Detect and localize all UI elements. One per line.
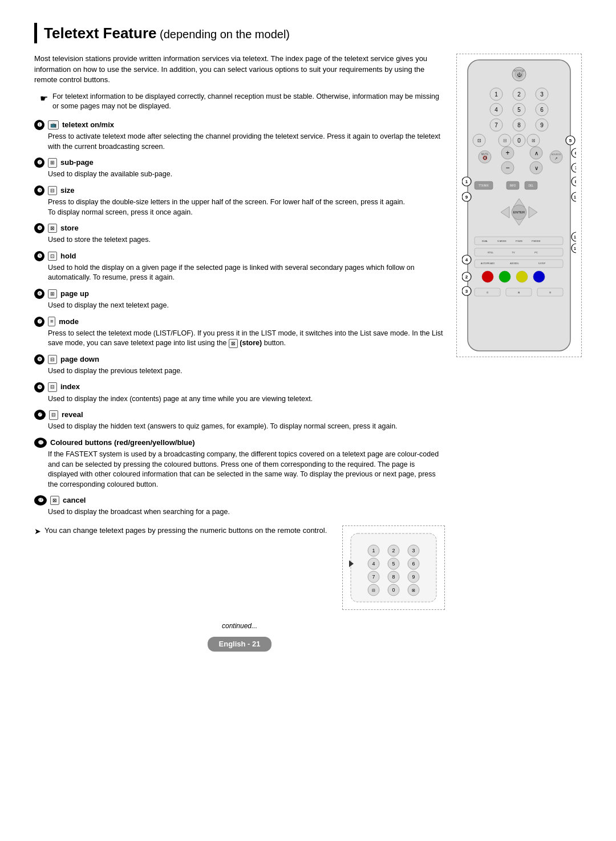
- svg-point-97: [499, 271, 510, 282]
- feature-3-icon: ⊟: [48, 186, 57, 196]
- svg-text:6: 6: [575, 151, 576, 156]
- feature-10-header: ❿ ⊟ reveal: [34, 410, 445, 420]
- tip-text: You can change teletext pages by pressin…: [44, 525, 327, 537]
- svg-text:⊠: ⊠: [532, 138, 536, 143]
- svg-text:+: +: [505, 149, 509, 157]
- feature-8-label: page down: [60, 354, 99, 365]
- feature-1-header: ❶ 📺 teletext on/mix: [34, 120, 445, 130]
- feature-9-icon: ⊟: [48, 382, 57, 392]
- feature-8-icon: ⊟: [48, 355, 57, 365]
- feature-4-icon: ⊠: [48, 224, 57, 233]
- svg-text:⊡: ⊡: [477, 138, 481, 143]
- feature-3-header: ❸ ⊟ size: [34, 185, 445, 196]
- feature-7-num: ❼: [34, 317, 44, 327]
- feature-2: ❷ ⊞ sub-page Used to display the availab…: [34, 157, 445, 180]
- feature-5: ❺ ⊡ hold Used to hold the display on a g…: [34, 251, 445, 283]
- svg-text:P.MODE: P.MODE: [532, 240, 541, 242]
- svg-text:S.STEP: S.STEP: [538, 262, 546, 265]
- main-remote-diagram: POWER ⏻ 1 2 3 4 5 6: [456, 54, 582, 357]
- svg-text:1: 1: [372, 548, 375, 553]
- feature-2-icon: ⊞: [48, 158, 57, 168]
- feature-3-desc: Press to display the double-size letters…: [34, 197, 445, 217]
- feature-7-desc: Press to select the teletext mode (LIST/…: [34, 329, 445, 349]
- svg-text:2: 2: [465, 274, 468, 280]
- svg-text:⊠: ⊠: [518, 291, 520, 294]
- feature-9: ❾ ⊟ index Used to display the index (con…: [34, 382, 445, 404]
- svg-text:PC: PC: [534, 251, 538, 254]
- bottom-text: ➤ You can change teletext pages by press…: [34, 525, 331, 610]
- intro-paragraph: Most television stations provide written…: [34, 54, 445, 85]
- feature-5-icon: ⊡: [48, 252, 57, 261]
- feature-7-icon: ≡: [48, 317, 55, 326]
- feature-2-desc: Used to display the available sub-page.: [34, 169, 445, 180]
- svg-text:0: 0: [392, 587, 395, 593]
- feature-5-desc: Used to hold the display on a given page…: [34, 263, 445, 283]
- feature-6-label: page up: [60, 289, 89, 299]
- continued-text: continued...: [34, 621, 445, 631]
- feature-8: ❽ ⊟ page down Used to display the previo…: [34, 354, 445, 377]
- svg-text:3: 3: [540, 91, 544, 98]
- feature-1-num: ❶: [34, 120, 44, 130]
- svg-text:7: 7: [495, 122, 498, 128]
- svg-text:9: 9: [412, 574, 415, 580]
- feature-12-header: ⓬ ⊠ cancel: [34, 495, 445, 506]
- store-ref-icon: ⊠: [229, 339, 238, 349]
- main-content: Most television stations provide written…: [34, 54, 445, 651]
- svg-text:−: −: [505, 164, 509, 172]
- feature-10-icon: ⊟: [49, 410, 58, 420]
- title-normal: (depending on the model): [156, 28, 290, 41]
- feature-4-num: ❹: [34, 223, 44, 233]
- svg-text:∨: ∨: [534, 165, 538, 171]
- feature-2-num: ❷: [34, 157, 44, 168]
- feature-6: ❻ ⊞ page up Used to display the next tel…: [34, 289, 445, 311]
- svg-text:INFO: INFO: [510, 184, 516, 187]
- feature-1-icon: 📺: [48, 120, 59, 130]
- note-icon: ☛: [40, 92, 48, 112]
- feature-8-desc: Used to display the previous teletext pa…: [34, 366, 445, 377]
- svg-text:⊟: ⊟: [503, 138, 507, 143]
- feature-9-num: ❾: [34, 382, 44, 393]
- bottom-section: ➤ You can change teletext pages by press…: [34, 525, 445, 610]
- svg-text:4: 4: [495, 107, 498, 113]
- feature-8-num: ❽: [34, 354, 44, 365]
- svg-text:⊟: ⊟: [372, 588, 375, 592]
- feature-5-label: hold: [60, 251, 76, 261]
- svg-text:8: 8: [575, 179, 576, 184]
- feature-3: ❸ ⊟ size Press to display the double-siz…: [34, 185, 445, 217]
- svg-text:S.MODE: S.MODE: [497, 240, 506, 242]
- small-remote-svg: 1 2 3 4 5 6: [348, 531, 439, 605]
- svg-text:⊡: ⊡: [487, 291, 488, 294]
- feature-10-label: reveal: [62, 410, 83, 420]
- title-section: Teletext Feature (depending on the model…: [34, 23, 582, 43]
- small-remote-box: 1 2 3 4 5 6: [342, 525, 445, 610]
- feature-7-label: mode: [59, 317, 79, 327]
- svg-text:9: 9: [465, 195, 468, 200]
- feature-10-desc: Used to display the hidden text (answers…: [34, 422, 445, 432]
- feature-11-desc: If the FASTEXT system is used by a broad…: [34, 450, 445, 490]
- main-layout: Most television stations provide written…: [34, 54, 582, 651]
- svg-text:DEL: DEL: [529, 184, 534, 187]
- svg-text:2: 2: [517, 91, 521, 98]
- svg-text:ADO/DEL: ADO/DEL: [510, 262, 518, 265]
- tip-item: ➤ You can change teletext pages by press…: [34, 525, 331, 537]
- svg-text:5: 5: [517, 107, 521, 113]
- feature-5-header: ❺ ⊡ hold: [34, 251, 445, 261]
- svg-text:8: 8: [392, 574, 395, 580]
- main-remote-svg: POWER ⏻ 1 2 3 4 5 6: [462, 57, 576, 354]
- feature-10-num: ❿: [34, 410, 46, 420]
- note-box: ☛ For teletext information to be display…: [34, 92, 445, 112]
- feature-6-desc: Used to display the next teletext page.: [34, 301, 445, 311]
- svg-text:AUTO/PR.ADD: AUTO/PR.ADD: [481, 262, 495, 265]
- svg-text:0: 0: [517, 138, 521, 144]
- svg-text:ENTER: ENTER: [513, 211, 525, 214]
- feature-12-label: cancel: [63, 495, 86, 506]
- feature-3-num: ❸: [34, 185, 44, 196]
- feature-4: ❹ ⊠ store Used to store the teletext pag…: [34, 223, 445, 245]
- feature-11-header: ⓫ Coloured buttons (red/green/yellow/blu…: [34, 438, 445, 448]
- svg-point-99: [533, 271, 545, 282]
- feature-8-header: ❽ ⊟ page down: [34, 354, 445, 365]
- svg-text:2: 2: [392, 548, 395, 553]
- right-column: POWER ⏻ 1 2 3 4 5 6: [456, 54, 582, 357]
- feature-1: ❶ 📺 teletext on/mix Press to activate te…: [34, 120, 445, 152]
- feature-6-num: ❻: [34, 289, 44, 299]
